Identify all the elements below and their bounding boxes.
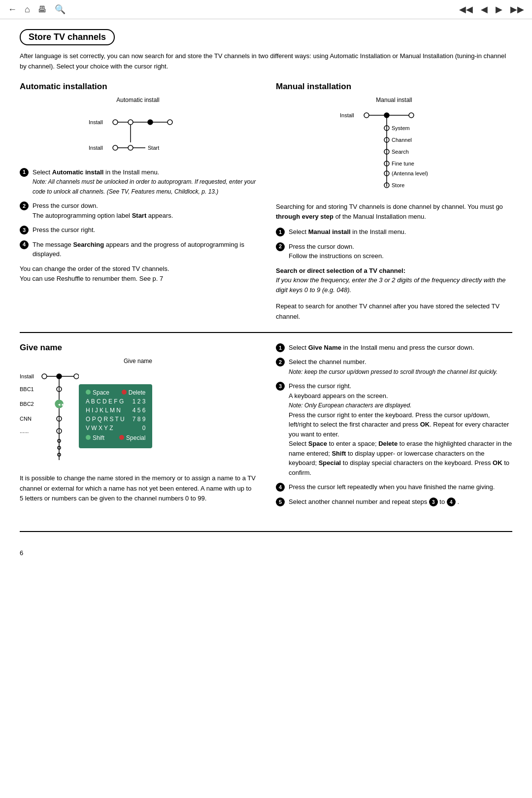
main-content: Store TV channels After language is set … bbox=[0, 19, 532, 566]
svg-point-12 bbox=[128, 145, 133, 150]
page-footer: 6 bbox=[20, 542, 512, 557]
svg-point-7 bbox=[167, 120, 172, 125]
svg-point-5 bbox=[148, 120, 153, 125]
key-abcdefg[interactable]: A B C D E F G bbox=[86, 398, 124, 405]
manual-install-title: Manual installation bbox=[276, 82, 512, 92]
next-icon[interactable]: ▶ bbox=[496, 4, 502, 15]
key-opqrstu[interactable]: O P Q R S T U bbox=[86, 416, 125, 423]
auto-step-3-content: Press the cursor right. bbox=[33, 225, 256, 235]
delete-btn[interactable]: Delete bbox=[122, 389, 146, 396]
step-badge-3: 3 bbox=[20, 226, 29, 234]
key-0[interactable]: 0 bbox=[142, 425, 146, 432]
key-123[interactable]: 1 2 3 bbox=[133, 398, 146, 405]
give-name-diagram: Give name Install bbox=[20, 358, 256, 466]
give-name-extra-text: It is possible to change the name stored… bbox=[20, 473, 256, 504]
auto-install-svg: Install Install bbox=[89, 105, 187, 160]
give-name-step-1: 1 Select Give Name in the Install menu a… bbox=[276, 343, 512, 353]
manual-step-2-content: Press the cursor down. Follow the instru… bbox=[289, 242, 512, 261]
svg-text:Store: Store bbox=[392, 182, 404, 188]
keyboard-row-3: O P Q R S T U 7 8 9 bbox=[86, 416, 145, 423]
gn-step-badge-1: 1 bbox=[276, 343, 285, 352]
svg-point-35 bbox=[42, 374, 47, 379]
print-icon[interactable]: 🖶 bbox=[38, 4, 47, 15]
svg-text:Channel: Channel bbox=[392, 137, 412, 143]
home-icon[interactable]: ⌂ bbox=[25, 4, 30, 15]
store-intro-text: After language is set correctly, you can… bbox=[20, 51, 512, 72]
channel-list-diagram: Install BBC1 BBC2 bbox=[20, 366, 79, 466]
auto-step-2: 2 Press the cursor down. The autoprogram… bbox=[20, 201, 256, 220]
gn-step-badge-3: 3 bbox=[276, 382, 285, 391]
gn-step-4-content: Press the cursor left repeatedly when yo… bbox=[289, 482, 512, 492]
auto-step-2-content: Press the cursor down. The autoprogrammi… bbox=[33, 201, 256, 220]
svg-point-1 bbox=[113, 120, 118, 125]
skip-back-icon[interactable]: ◀◀ bbox=[459, 4, 473, 15]
svg-text:Install: Install bbox=[89, 119, 103, 125]
gn-step-2-content: Select the channel number. Note: keep th… bbox=[289, 357, 512, 376]
section-divider-2 bbox=[20, 531, 512, 532]
give-name-step-3: 3 Press the cursor right. A keyboard app… bbox=[276, 381, 512, 477]
search-direct-block: Search or direct selection of a TV chann… bbox=[276, 266, 512, 295]
key-vwxyz[interactable]: V W X Y Z bbox=[86, 425, 113, 432]
svg-text:Install: Install bbox=[20, 373, 34, 379]
keyboard-row-2: H I J K L M N 4 5 6 bbox=[86, 407, 145, 414]
manual-intro-text: Searching for and storing TV channels is… bbox=[276, 202, 512, 223]
svg-text:Start: Start bbox=[148, 145, 159, 151]
repeat-text: Repeat to search for another TV channel … bbox=[276, 301, 512, 322]
key-789[interactable]: 7 8 9 bbox=[133, 416, 146, 423]
svg-text:System: System bbox=[392, 125, 410, 131]
give-name-step-4: 4 Press the cursor left repeatedly when … bbox=[276, 482, 512, 492]
gn-step-1-content: Select Give Name in the Install menu and… bbox=[289, 343, 512, 353]
keyboard-bottom-btns: Shift Special bbox=[86, 434, 145, 441]
keyboard-top-btns: Space Delete bbox=[86, 389, 145, 396]
space-btn[interactable]: Space bbox=[86, 389, 109, 396]
manual-installation-col: Manual installation Manual install Insta… bbox=[276, 82, 512, 322]
section-title-store: Store TV channels bbox=[20, 29, 115, 45]
give-name-diagram-label: Give name bbox=[20, 358, 256, 365]
auto-step-4-content: The message Searching appears and the pr… bbox=[33, 240, 256, 259]
key-456[interactable]: 4 5 6 bbox=[133, 407, 146, 414]
auto-step-4: 4 The message Searching appears and the … bbox=[20, 240, 256, 259]
manual-step-2: 2 Press the cursor down. Follow the inst… bbox=[276, 242, 512, 261]
automatic-installation-col: Automatic installation Automatic install… bbox=[20, 82, 256, 322]
manual-step-1: 1 Select Manual install in the Install m… bbox=[276, 227, 512, 237]
manual-install-diagram: Manual install Install bbox=[276, 97, 512, 194]
step-badge-2: 2 bbox=[20, 201, 29, 210]
shift-btn[interactable]: Shift bbox=[86, 434, 104, 441]
auto-steps-list: 1 Select Automatic install in the Instal… bbox=[20, 167, 256, 259]
gn-step-badge-5: 5 bbox=[276, 498, 285, 506]
svg-point-20 bbox=[409, 113, 414, 118]
two-column-layout: Automatic installation Automatic install… bbox=[20, 82, 512, 322]
give-name-step-5: 5 Select another channel number and repe… bbox=[276, 497, 512, 507]
gn-step-5-content: Select another channel number and repeat… bbox=[289, 497, 512, 507]
svg-text:Install: Install bbox=[340, 112, 354, 118]
gn-step-badge-4: 4 bbox=[276, 483, 285, 492]
special-btn[interactable]: Special bbox=[119, 434, 145, 441]
svg-text:CNN: CNN bbox=[20, 416, 32, 422]
key-hijklmn[interactable]: H I J K L M N bbox=[86, 407, 121, 414]
section-divider-1 bbox=[20, 332, 512, 333]
search-icon[interactable]: 🔍 bbox=[55, 4, 66, 15]
step-badge-4: 4 bbox=[20, 240, 29, 249]
svg-text:Search: Search bbox=[392, 149, 409, 155]
back-arrow-icon[interactable]: ← bbox=[8, 4, 17, 15]
keyboard-diagram: Space Delete A B C D E F G 1 2 3 H I J K… bbox=[79, 384, 152, 448]
svg-point-16 bbox=[364, 113, 369, 118]
automatic-install-title: Automatic installation bbox=[20, 82, 256, 92]
keyboard-row-1: A B C D E F G 1 2 3 bbox=[86, 398, 145, 405]
auto-step-1: 1 Select Automatic install in the Instal… bbox=[20, 167, 256, 197]
give-name-svg: Install BBC1 BBC2 bbox=[20, 366, 79, 465]
give-name-steps-list: 1 Select Give Name in the Install menu a… bbox=[276, 343, 512, 507]
auto-step-3: 3 Press the cursor right. bbox=[20, 225, 256, 235]
inline-badge-3: 3 bbox=[429, 498, 438, 506]
give-name-right: 1 Select Give Name in the Install menu a… bbox=[276, 343, 512, 512]
skip-forward-icon[interactable]: ▶▶ bbox=[510, 4, 524, 15]
keyboard-row-4: V W X Y Z 0 bbox=[86, 425, 145, 432]
svg-point-37 bbox=[57, 374, 62, 379]
svg-point-3 bbox=[128, 120, 133, 125]
svg-text:Install: Install bbox=[89, 145, 103, 151]
svg-point-39 bbox=[74, 374, 79, 379]
page-number: 6 bbox=[20, 549, 23, 557]
prev-icon[interactable]: ◀ bbox=[481, 4, 488, 15]
gn-step-badge-2: 2 bbox=[276, 358, 285, 366]
svg-text:Fine tune: Fine tune bbox=[392, 161, 414, 166]
